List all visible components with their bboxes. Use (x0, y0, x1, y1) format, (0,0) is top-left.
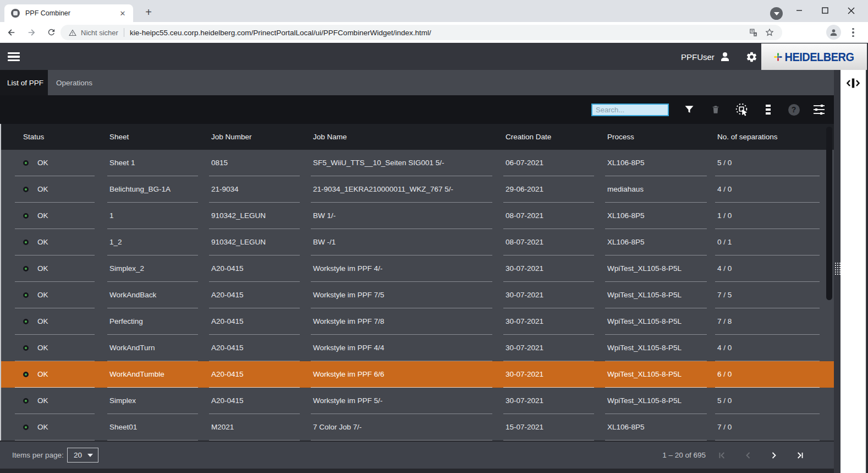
table-row[interactable]: OKSimplex_2A20-0415Workstyle im PPF 4/-3… (0, 255, 834, 282)
browser-tab-title: PPF Combiner (25, 9, 118, 17)
cell-sheet: Perfecting (107, 308, 198, 335)
items-per-page-select[interactable]: 20 (67, 448, 98, 463)
cell-process: XL106-8P5 (605, 203, 707, 229)
cell-sheet: WorkAndBack (107, 282, 198, 308)
cell-status: OK (15, 150, 95, 176)
search-input[interactable] (591, 104, 669, 116)
maximize-button[interactable] (812, 0, 838, 21)
new-tab-button[interactable]: + (141, 4, 156, 20)
panel-toggle-icon[interactable] (845, 77, 861, 92)
last-page-button[interactable] (793, 448, 807, 463)
cell-separations: 7 / 5 (715, 282, 820, 308)
table-row[interactable]: OKWorkAndTurnA20-0415Workstyle im PPF 4/… (0, 335, 834, 361)
cell-job_number: A20-0415 (209, 255, 300, 282)
cell-process: WpiTest_XL105-8-P5L (605, 255, 707, 282)
bookmark-star-icon[interactable] (762, 25, 777, 40)
browser-tab[interactable]: PPF Combiner ✕ (4, 4, 133, 22)
cell-separations: 5 / 0 (715, 388, 820, 414)
more-options-icon[interactable] (758, 95, 778, 124)
url-text[interactable]: kie-heipc55.ceu.corp.heidelberg.com/Prin… (130, 29, 744, 37)
tune-sliders-icon[interactable] (809, 95, 829, 124)
cell-sheet: Simplex (107, 388, 198, 414)
table-row[interactable]: OKSheet01M20217 Color Job 7/-15-07-2021X… (0, 414, 834, 441)
cell-status: OK (15, 361, 95, 388)
status-ok-dot (23, 398, 29, 404)
next-page-button[interactable] (767, 448, 781, 463)
cell-process: mediahaus (605, 176, 707, 203)
cell-job_name: Workstyle im PPF 4/4 (311, 335, 492, 361)
help-icon[interactable]: ? (784, 95, 804, 124)
tab-close-icon[interactable]: ✕ (118, 8, 128, 18)
column-header-job-number[interactable]: Job Number (209, 124, 300, 150)
column-header-sheet[interactable]: Sheet (107, 124, 198, 150)
cell-separations: 4 / 0 (715, 335, 820, 361)
table-row[interactable]: OKSimplexA20-0415Workstyle im PPF 5/-30-… (0, 388, 834, 414)
cell-job_name: 7 Color Job 7/- (311, 414, 492, 441)
cell-job_name: BW 1/- (311, 203, 492, 229)
status-ok-dot (23, 425, 29, 430)
browser-address-bar: Nicht sicher kie-heipc55.ceu.corp.heidel… (0, 22, 868, 43)
cell-process: XL106-8P5 (605, 229, 707, 255)
user-icon[interactable] (715, 44, 735, 70)
cell-separations: 0 / 1 (715, 229, 820, 255)
cell-job_number: 910342_LEGUN (209, 229, 300, 255)
cell-job_number: M2021 (209, 414, 300, 441)
delete-trash-icon[interactable] (706, 95, 726, 124)
cell-job_number: 0815 (209, 150, 300, 176)
items-per-page-value: 20 (74, 451, 82, 459)
status-ok-dot (23, 319, 29, 324)
cell-status: OK (15, 308, 95, 335)
table-row[interactable]: OKWorkAndBackA20-0415Workstyle im PPF 7/… (0, 282, 834, 308)
cell-separations: 6 / 0 (715, 361, 820, 388)
cell-separations: 7 / 0 (715, 414, 820, 441)
settings-gear-icon[interactable] (741, 44, 761, 70)
cell-creation_date: 15-07-2021 (503, 414, 594, 441)
cell-status: OK (15, 203, 95, 229)
table-row[interactable]: OKWorkAndTumbleA20-0415Workstyle im PPF … (0, 361, 834, 388)
menu-icon[interactable] (8, 52, 20, 61)
column-header-status[interactable]: Status (15, 124, 95, 150)
browser-menu-icon[interactable] (846, 25, 860, 40)
cell-job_number: A20-0415 (209, 388, 300, 414)
table-row[interactable]: OK1910342_LEGUNBW 1/-08-07-2021XL106-8P5… (0, 203, 834, 229)
column-header-creation-date[interactable]: Creation Date (503, 124, 594, 150)
cell-status: OK (15, 335, 95, 361)
previous-page-button[interactable] (741, 448, 755, 463)
status-ok-dot (23, 266, 29, 271)
cell-separations: 4 / 0 (715, 255, 820, 282)
cell-status: OK (15, 282, 95, 308)
cell-creation_date: 08-07-2021 (503, 229, 594, 255)
forward-icon[interactable] (23, 24, 40, 41)
column-header-process[interactable]: Process (605, 124, 707, 150)
close-button[interactable] (838, 0, 864, 21)
cell-creation_date: 30-07-2021 (503, 361, 594, 388)
minimize-button[interactable] (787, 0, 812, 21)
heidelberg-logo-mark (774, 53, 782, 61)
first-page-button[interactable] (715, 448, 729, 463)
browser-profile-avatar[interactable] (826, 25, 841, 40)
cell-job_number: A20-0415 (209, 308, 300, 335)
translate-icon[interactable] (746, 25, 760, 40)
table-row[interactable]: OKBelichtung_BG-1A21-903421-9034_1EKRA21… (0, 176, 834, 203)
table-row[interactable]: OKSheet 10815SF5_WiiU_TTS__10_Seiten SIG… (0, 150, 834, 176)
cell-creation_date: 30-07-2021 (503, 335, 594, 361)
refresh-icon[interactable] (43, 24, 59, 41)
column-header-no-of-separations[interactable]: No. of separations (715, 124, 820, 150)
tab-operations[interactable]: Operations (48, 70, 136, 95)
table-row[interactable]: OKPerfectingA20-0415Workstyle im PPF 7/8… (0, 308, 834, 335)
status-ok-dot (23, 345, 29, 351)
select-mode-icon[interactable] (732, 95, 752, 124)
splitter-grip-handle[interactable] (834, 262, 840, 276)
browser-update-icon[interactable] (770, 7, 783, 20)
cell-separations: 7 / 8 (715, 308, 820, 335)
table-row[interactable]: OK1_2910342_LEGUNBW -/108-07-2021XL106-8… (0, 229, 834, 255)
filter-icon[interactable] (679, 95, 699, 124)
cell-job_number: 21-9034 (209, 176, 300, 203)
vertical-scrollbar[interactable] (826, 127, 832, 300)
url-field[interactable]: Nicht sicher kie-heipc55.ceu.corp.heidel… (61, 25, 782, 40)
back-icon[interactable] (3, 24, 20, 41)
column-header-job-name[interactable]: Job Name (311, 124, 492, 150)
security-warning-label[interactable]: Nicht sicher (81, 29, 118, 37)
cell-separations: 1 / 0 (715, 203, 820, 229)
tab-list-of-ppf[interactable]: List of PPF (0, 70, 48, 95)
